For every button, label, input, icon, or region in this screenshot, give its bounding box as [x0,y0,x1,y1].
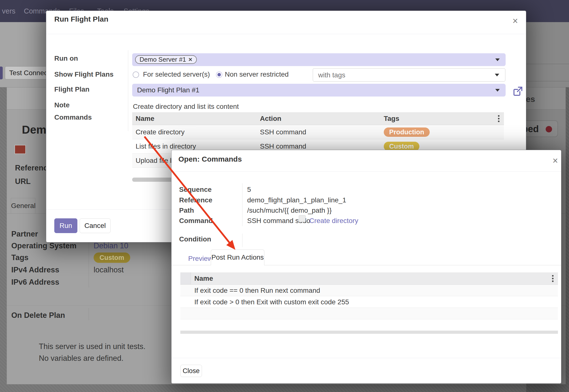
create-directory-link[interactable]: Create directory [309,217,358,225]
on-delete-plan-label: On Delete Plan [11,311,65,320]
commands-table-header: Name Action Tags [132,112,504,125]
commands-label: Commands [54,113,92,121]
path-value: /such/much/{{ demo_path }} [247,207,332,214]
flight-plan-value: Demo Flight Plan #1 [137,86,199,94]
chevron-down-icon [495,74,499,76]
sequence-value: 5 [247,186,251,194]
run-on-label: Run on [54,55,78,62]
partial-button[interactable] [0,67,3,79]
partner-label: Partner [11,230,38,238]
unit-test-note-2: No variables are defined. [39,354,124,363]
kebab-icon[interactable] [498,115,499,122]
close-icon[interactable]: × [512,16,518,26]
radio-non-server-restricted[interactable] [216,71,222,78]
flight-plan-select[interactable]: Demo Flight Plan #1 [132,84,506,97]
horizontal-scrollbar[interactable] [180,331,558,334]
footer-divider [171,358,561,358]
run-modal-title: Run Flight Plan [54,15,108,23]
tab-preview[interactable]: Preview [188,255,213,263]
radio-for-selected-servers-label: For selected server(s) [143,70,210,78]
cancel-button[interactable]: Cancel [80,218,111,233]
table-row-empty[interactable] [180,308,558,319]
screen: vers Commands Files Tools Settings Test … [0,0,569,392]
command-label: Command [179,217,213,225]
with-tags-select[interactable]: with tags [313,68,505,82]
close-button[interactable]: Close [180,365,202,377]
os-label: Operating System [11,241,76,250]
table-row[interactable]: If exit code > 0 then Exit with custom e… [180,296,558,308]
color-swatch[interactable] [14,145,26,154]
run-on-select[interactable]: Demo Server #1× [132,53,506,66]
server-tag-label: Demo Server #1 [140,56,186,63]
note-label: Note [54,101,70,109]
flight-plan-label: Flight Plan [54,85,89,93]
external-link-icon[interactable] [512,86,523,97]
path-label: Path [179,207,194,214]
radio-for-selected-servers[interactable] [133,71,139,78]
select-column[interactable] [180,272,191,284]
unit-test-note-1: This server is used in unit tests. [39,342,145,351]
kebab-icon[interactable] [552,275,554,282]
server-tag-pill: Demo Server #1× [135,55,197,64]
label-field-separator [242,183,242,226]
os-value-link[interactable]: Debian 10 [94,241,128,250]
tag-badge-production: Production [384,127,430,137]
ipv4-label: IPv4 Address [11,266,59,274]
create-directory-checkbox[interactable] [299,215,306,222]
reference-value: demo_flight_plan_1_plan_line_1 [247,196,346,204]
with-tags-value: with tags [318,71,345,79]
url-label: URL [15,177,31,186]
ipv6-label: IPv6 Address [11,278,59,287]
cell-action: SSH command [260,128,306,136]
label-field-separator [128,50,128,131]
cell-name: Create directory [136,128,185,136]
show-flight-plans-label: Show Flight Plans [54,70,114,78]
run-button[interactable]: Run [54,218,77,233]
col-tags: Tags [384,115,399,123]
cell-action: SSH command [260,142,306,150]
tag-badge-custom-dimmed: Custom [94,252,130,263]
chevron-down-icon [495,58,500,61]
sequence-label: Sequence [179,186,212,194]
label-field-separator-2 [242,234,242,247]
reference-label: Reference [179,196,212,204]
remove-tag-icon[interactable]: × [188,56,192,63]
cell-name: If exit code > 0 then Exit with custom e… [194,298,349,306]
cell-name: List files in directory [136,142,196,150]
radio-non-server-restricted-label: Non server restricted [225,70,289,78]
ipv4-value: localhost [94,266,124,274]
table-row[interactable]: Create directory SSH command Production [132,125,504,139]
header-divider [171,171,561,172]
tab-general[interactable]: General [11,198,35,213]
commands-modal-title: Open: Commands [178,155,242,163]
close-icon[interactable]: × [553,156,558,165]
col-name: Name [194,275,213,282]
cell-name: If exit code == 0 then Run next command [194,287,320,294]
condition-label: Condition [179,235,211,243]
post-run-actions-table: Name If exit code == 0 then Run next com… [180,272,558,319]
col-name: Name [136,115,154,123]
table-row[interactable]: If exit code == 0 then Run next command [180,285,558,296]
header-divider [46,34,526,34]
form-separator-2 [89,308,89,320]
nav-item-servers[interactable]: vers [2,0,15,22]
flight-plan-note: Create directory and list its content [133,103,239,111]
chevron-down-icon [495,89,500,92]
tags-label: Tags [11,253,28,262]
open-commands-modal: Open: Commands × Sequence Reference Path… [171,150,561,384]
col-action: Action [260,115,281,123]
tab-post-run-actions[interactable]: Post Run Actions [211,250,264,265]
post-run-table-header: Name [180,272,558,285]
